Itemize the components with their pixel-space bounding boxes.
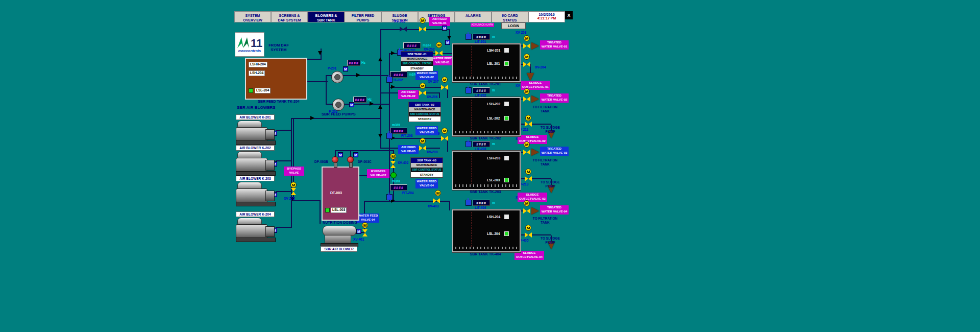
dosing-pump-dp-003c[interactable] — [347, 156, 354, 167]
xv-212-motor-icon[interactable]: M — [524, 141, 530, 148]
sbr-tank-tk-404-label: SBR TANK TK-404 — [452, 252, 519, 256]
p-201-unit-label: Hz — [361, 61, 365, 65]
xv-204-valve-icon[interactable] — [523, 62, 530, 67]
xv-206-valve-icon[interactable] — [419, 90, 426, 96]
xv-208-motor-icon[interactable]: M — [420, 138, 426, 144]
dosing-pump-dp-003b[interactable] — [332, 156, 338, 167]
xv-405-motor-icon[interactable]: M — [525, 225, 531, 231]
xv-205-motor-icon[interactable]: M — [290, 182, 297, 188]
xv-201-motor-icon[interactable]: M — [420, 17, 426, 23]
air-blower-k-201[interactable] — [236, 121, 276, 145]
xv-205-valve-icon[interactable] — [291, 188, 296, 195]
maxcontrols-icon: 11 — [237, 36, 262, 49]
motor-badge[interactable]: M — [338, 152, 343, 157]
tab-system-overview[interactable]: SYSTEM OVERVIEW — [234, 11, 271, 22]
water-feed-valve-01-label: WATER FEED VALVE-01 — [432, 56, 453, 65]
p-202[interactable] — [332, 99, 345, 111]
xv-202-motor-icon[interactable]: M — [436, 42, 442, 48]
blower-base — [236, 202, 276, 206]
tab-i-o-card-status[interactable]: I/O CARD STATUS — [492, 11, 528, 22]
xv-209-motor-icon[interactable]: M — [442, 128, 448, 134]
pipe — [293, 200, 321, 201]
motor-badge[interactable]: M — [445, 40, 450, 45]
transmitter-icon — [465, 34, 472, 40]
xv-211-motor-icon[interactable]: M — [525, 115, 531, 121]
xv-213-motor-icon[interactable]: M — [525, 169, 531, 175]
lsh-201-label: LSH-201 — [487, 49, 500, 52]
motor-badge[interactable]: M — [343, 66, 348, 72]
pipe — [380, 29, 450, 30]
xv-208-valve-icon[interactable] — [419, 146, 426, 151]
tab-blowers-sbr-tank[interactable]: BLOWERS & SBR TANK — [308, 11, 345, 22]
blower-motor — [265, 160, 275, 171]
xv-404-valve-icon[interactable] — [523, 208, 530, 214]
xv-403-valve-icon[interactable] — [433, 198, 440, 203]
byepass-valve-402-label: BYEPASS VALVE-402 — [367, 169, 389, 178]
xv-403-label: XV-403 — [428, 204, 438, 208]
motor-badge[interactable]: M — [442, 26, 447, 31]
tab-filter-feed-pumps[interactable]: FILTER FEED PUMPS — [345, 11, 381, 22]
flow-arrow-icon — [310, 116, 314, 120]
lsh-203-indicator — [504, 156, 509, 160]
level-gauge-icon — [472, 46, 472, 77]
motor-badge[interactable]: M — [349, 102, 354, 107]
flow-arrow-large-icon — [531, 207, 539, 215]
air-blower-k-202[interactable] — [236, 151, 276, 176]
motor-badge[interactable]: M — [353, 152, 358, 157]
water-feed-valve-04-label-label: WATER FEED VALVE-04 — [415, 179, 438, 188]
pipe — [291, 118, 381, 119]
xv-402-label: XV-402 — [398, 161, 408, 165]
xv-210-valve-icon[interactable] — [523, 97, 530, 102]
air-blower-k-202-label: AIR BLOWER K-202 — [236, 145, 275, 151]
xv-403-motor-icon[interactable]: M — [435, 190, 441, 196]
air-feed-valve-03-label: AIR FEED VALVE-03 — [398, 145, 419, 154]
tab-screens-daf-system[interactable]: SCREENS & DAF SYSTEM — [271, 11, 308, 22]
xv-401-valve-icon[interactable] — [362, 229, 368, 236]
standby-status: STANDBY — [411, 172, 443, 177]
fit-201-display: #### — [403, 42, 421, 49]
xv-405-valve-icon[interactable] — [525, 232, 532, 238]
pipe — [276, 227, 292, 228]
xv-203-motor-icon[interactable]: M — [524, 35, 530, 41]
close-button[interactable]: X — [565, 11, 573, 19]
xv-203-valve-icon[interactable] — [523, 43, 530, 49]
xv-210-motor-icon[interactable]: M — [524, 88, 530, 94]
xv-209-valve-icon[interactable] — [441, 136, 448, 141]
xv-211-valve-icon[interactable] — [525, 122, 532, 127]
sludge-outletvalve-02-label: SLUDGE OUTLETVALVE-02 — [518, 135, 547, 144]
lsh-204-indicator — [504, 215, 509, 219]
pipe — [335, 150, 394, 151]
xv-207-motor-icon[interactable]: M — [442, 77, 448, 83]
xv-402-valve-icon[interactable] — [390, 161, 396, 168]
xv-204-motor-icon[interactable]: M — [524, 54, 530, 60]
flow-arrow-icon — [370, 102, 374, 106]
sbr-tank-01-label: SBR TANK -01 — [401, 52, 433, 57]
impeller-icon — [335, 102, 341, 108]
air-blower-k-204[interactable] — [236, 218, 276, 242]
xv-402-motor-icon[interactable]: M — [390, 153, 396, 159]
xv-207-valve-icon[interactable] — [441, 85, 448, 90]
tab-alarms[interactable]: ALARMS — [455, 11, 492, 22]
dp-003b-label: DP-003B — [314, 160, 328, 164]
standby-status: STANDBY — [401, 66, 433, 71]
pipe — [389, 87, 448, 88]
blower-base — [236, 171, 276, 176]
xv-201-valve-icon[interactable] — [419, 27, 426, 32]
xv-213-valve-icon[interactable] — [525, 176, 532, 181]
xv-404-motor-icon[interactable]: M — [524, 200, 530, 206]
manual-valve-icon-icon[interactable] — [400, 27, 407, 32]
xv-401-motor-icon[interactable]: M — [362, 222, 368, 228]
p-201[interactable] — [331, 71, 344, 83]
flow-arrow-large-icon — [527, 73, 534, 81]
xv-202-valve-icon[interactable] — [435, 51, 443, 56]
xv-212-valve-icon[interactable] — [523, 150, 530, 155]
xv-206-motor-icon[interactable]: M — [420, 83, 426, 89]
pipe — [326, 75, 327, 105]
xv-208-label: XV-208 — [427, 150, 437, 154]
sbr-air-blower[interactable] — [320, 223, 359, 249]
lsl-202-indicator — [504, 116, 509, 121]
alarm-ack-chip[interactable]: ACK/UNACK ALARM — [471, 23, 494, 27]
login-button[interactable]: LOGIN — [501, 22, 526, 29]
air-blower-k-203[interactable] — [236, 182, 276, 206]
hmi-canvas: 11 maxcontrols 10/2/2016 4:21:17 PM X AC… — [0, 0, 980, 332]
